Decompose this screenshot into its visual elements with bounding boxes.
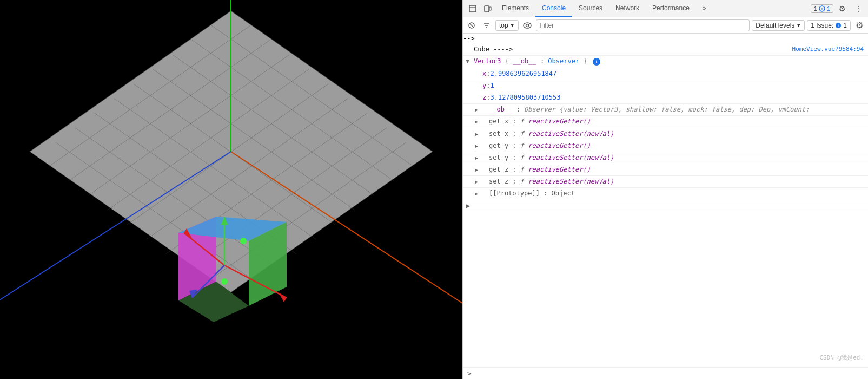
- console-line-get-x: ▶ get x : f reactiveGetter(): [463, 116, 868, 128]
- get-z-expand-arrow[interactable]: ▶: [475, 166, 478, 174]
- chevron-down-icon: ▼: [510, 23, 515, 28]
- issue-count: 1: [843, 22, 847, 29]
- console-line-cube: Cube ----> HomeView.vue?9584:94: [463, 44, 868, 56]
- settings-button[interactable]: ⚙: [834, 1, 850, 16]
- ob-expand-arrow[interactable]: ▶: [475, 106, 478, 114]
- level-chevron-icon: ▼: [796, 23, 801, 28]
- vector3-expand-arrow[interactable]: ▶: [463, 60, 472, 63]
- svg-text:i: i: [821, 7, 823, 11]
- issue-notification-button[interactable]: 1 i 1: [811, 4, 833, 13]
- issue-count-label: 1: [814, 5, 817, 12]
- svg-point-40: [221, 278, 228, 285]
- context-selector[interactable]: top ▼: [495, 20, 519, 31]
- svg-rect-44: [489, 7, 491, 10]
- svg-rect-43: [485, 6, 489, 12]
- log-level-selector[interactable]: Default levels ▼: [752, 20, 805, 31]
- devtools-right-icons: 1 i 1 ⚙ ⋮: [811, 1, 866, 16]
- collapsed-expand-arrow[interactable]: ▶: [466, 201, 470, 211]
- scene-panel: [0, 0, 462, 379]
- console-line-prototype: ▶ [[Prototype]] : Object: [463, 188, 868, 200]
- get-y-expand-arrow[interactable]: ▶: [475, 142, 478, 151]
- clear-console-button[interactable]: [465, 19, 478, 32]
- console-line-set-y: ▶ set y : f reactiveSetter(newVal): [463, 152, 868, 164]
- set-x-expand-arrow[interactable]: ▶: [475, 130, 478, 139]
- devtools-tabs: Elements Console Sources Network Perform…: [495, 0, 811, 17]
- svg-rect-41: [469, 5, 476, 12]
- issues-label: 1 Issue:: [811, 22, 833, 29]
- svg-point-39: [240, 238, 247, 244]
- inspect-element-button[interactable]: [465, 1, 480, 16]
- console-input-area: >: [463, 367, 868, 379]
- observer-info-icon[interactable]: i: [593, 58, 600, 66]
- console-line-ob: ▶ __ob__ : Observer {value: Vector3, sha…: [463, 104, 868, 116]
- console-line-get-y: ▶ get y : f reactiveGetter(): [463, 140, 868, 152]
- info-circle-icon: i: [835, 22, 842, 29]
- console-line-z: z : 3.1278095803710553: [463, 92, 868, 104]
- csdn-watermark: CSDN @我是ed.: [819, 353, 864, 363]
- cube-log-link[interactable]: HomeView.vue?9584:94: [792, 44, 864, 54]
- notification-icon: i: [819, 5, 825, 12]
- console-line-set-x: ▶ set x : f reactiveSetter(newVal): [463, 128, 868, 140]
- tab-console[interactable]: Console: [535, 0, 572, 17]
- svg-text:i: i: [838, 24, 839, 28]
- tab-network[interactable]: Network: [609, 0, 646, 17]
- console-settings-button[interactable]: ⚙: [853, 19, 866, 32]
- tab-sources[interactable]: Sources: [572, 0, 609, 17]
- get-x-expand-arrow[interactable]: ▶: [475, 117, 478, 126]
- prototype-expand-arrow[interactable]: ▶: [475, 190, 478, 198]
- set-y-expand-arrow[interactable]: ▶: [475, 154, 478, 162]
- console-line-x: x : 2.998639626951847: [463, 68, 868, 80]
- console-input[interactable]: [475, 370, 864, 377]
- svg-point-53: [526, 24, 528, 27]
- console-filter-input[interactable]: [536, 19, 750, 31]
- console-prompt: >: [467, 369, 472, 377]
- svg-point-52: [524, 23, 531, 28]
- filter-toggle-button[interactable]: [480, 19, 493, 32]
- console-line-collapsed: ▶: [463, 200, 868, 212]
- console-line-y: y : 1: [463, 80, 868, 92]
- issues-counter-button[interactable]: 1 Issue: i 1: [807, 20, 851, 31]
- console-line-vector3-header: ▶ Vector3 { __ob__ : Observer } i: [463, 56, 868, 68]
- tab-performance[interactable]: Performance: [646, 0, 696, 17]
- console-toolbar: top ▼ Default levels ▼ 1 Issue: i 1 ⚙: [463, 17, 868, 34]
- console-line-set-z: ▶ set z : f reactiveSetter(newVal): [463, 176, 868, 188]
- device-toggle-button[interactable]: [480, 1, 495, 16]
- devtools-panel: Elements Console Sources Network Perform…: [462, 0, 868, 379]
- more-options-button[interactable]: ⋮: [851, 1, 866, 16]
- svg-line-48: [470, 24, 473, 27]
- console-output[interactable]: --> Cube ----> HomeView.vue?9584:94 ▶ Ve…: [463, 34, 868, 367]
- tab-more[interactable]: »: [696, 0, 713, 17]
- cube-log-text: Cube ---->: [474, 44, 513, 55]
- live-expressions-button[interactable]: [521, 19, 534, 32]
- devtools-topbar: Elements Console Sources Network Perform…: [463, 0, 868, 17]
- console-line-get-z: ▶ get z : f reactiveGetter(): [463, 164, 868, 176]
- set-z-expand-arrow[interactable]: ▶: [475, 178, 478, 186]
- tab-elements[interactable]: Elements: [495, 0, 535, 17]
